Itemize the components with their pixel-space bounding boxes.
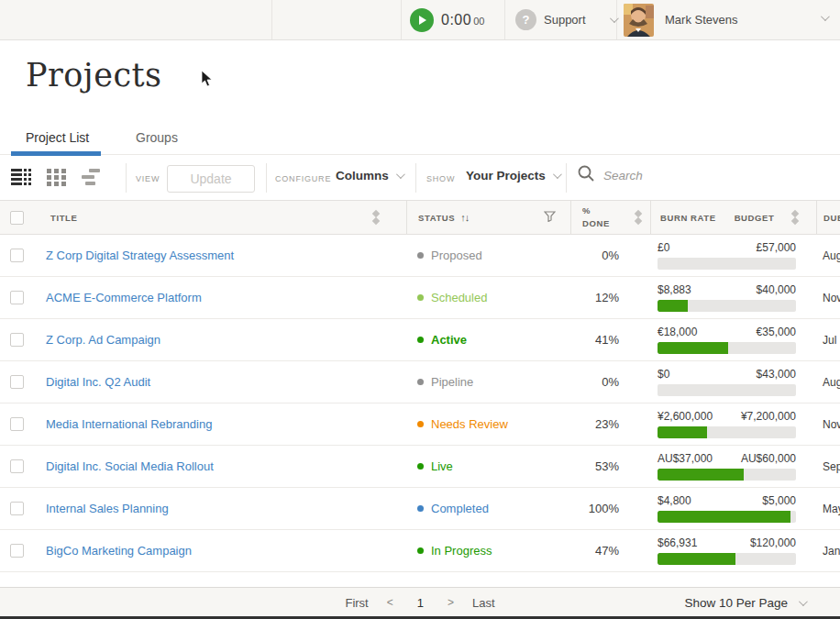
pct-done-value: 47% xyxy=(570,530,650,571)
search-input[interactable] xyxy=(603,169,787,182)
project-title-link[interactable]: Digital Inc. Q2 Audit xyxy=(37,375,150,389)
project-title-link[interactable]: ACME E-Commerce Platform xyxy=(37,291,202,304)
burn-rate-bar xyxy=(658,300,796,312)
column-header-pct-done[interactable]: % DONE xyxy=(570,201,650,234)
table-row: Internal Sales Planning Completed 100% $… xyxy=(0,488,840,530)
gantt-view-icon[interactable] xyxy=(82,168,104,190)
project-title-link[interactable]: Digital Inc. Social Media Rollout xyxy=(37,459,214,473)
timer-widget[interactable]: 0:0000 xyxy=(401,0,504,39)
table-row: Digital Inc. Q2 Audit Pipeline 0% $0 $43… xyxy=(0,361,840,403)
filter-icon[interactable] xyxy=(544,211,556,224)
row-checkbox[interactable] xyxy=(10,544,24,558)
row-checkbox[interactable] xyxy=(10,291,24,304)
column-header-burn-rate: BURN RATE xyxy=(660,213,716,223)
show-projects-dropdown[interactable]: Your Projects xyxy=(466,169,559,182)
status-label: Active xyxy=(431,333,467,347)
sort-icon[interactable] xyxy=(373,211,379,224)
chevron-down-icon xyxy=(396,170,405,179)
burn-bar-fill xyxy=(658,553,735,565)
status-dot-icon xyxy=(417,252,424,259)
user-menu[interactable]: Mark Stevens xyxy=(616,0,840,39)
topbar: 0:0000 ? Support Mark Stevens xyxy=(0,0,840,40)
pagination-page-1[interactable]: 1 xyxy=(412,596,429,610)
topbar-divider xyxy=(271,0,272,39)
update-button[interactable]: Update xyxy=(167,165,255,193)
due-date: Nov xyxy=(816,277,840,318)
status-label: Pipeline xyxy=(431,375,473,389)
column-header-status[interactable]: STATUS ↑↓ xyxy=(406,201,570,234)
burn-amount: AU$37,000 xyxy=(658,452,713,465)
toolbar: VIEW Update CONFIGURE Columns SHOW Your … xyxy=(0,156,840,200)
burn-rate-cell: £0 £57,000 xyxy=(650,235,816,276)
row-checkbox[interactable] xyxy=(10,333,24,347)
table-row: BigCo Marketing Campaign In Progress 47%… xyxy=(0,530,840,572)
column-header-due-date[interactable]: DUE DATE xyxy=(816,201,840,234)
table-header: TITLE STATUS ↑↓ % DONE BURN RATE BUDGET … xyxy=(0,200,840,235)
pagination-prev[interactable]: < xyxy=(387,596,393,609)
columns-dropdown[interactable]: Columns xyxy=(336,169,403,182)
select-all-cell xyxy=(0,201,37,234)
row-checkbox[interactable] xyxy=(10,375,24,389)
project-title-link[interactable]: Media International Rebranding xyxy=(37,417,212,431)
status-label: In Progress xyxy=(431,544,492,558)
status-dot-icon xyxy=(417,463,424,470)
column-header-burn-budget[interactable]: BURN RATE BUDGET xyxy=(650,201,816,234)
chevron-down-icon xyxy=(553,170,562,179)
due-date: Sep xyxy=(816,446,840,487)
status-label: Completed xyxy=(431,502,489,515)
per-page-dropdown[interactable]: Show 10 Per Page xyxy=(684,588,805,617)
burn-amount: €18,000 xyxy=(658,326,697,338)
burn-rate-bar xyxy=(658,384,796,396)
burn-amount: $0 xyxy=(658,368,669,381)
burn-rate-bar xyxy=(658,258,796,270)
row-checkbox[interactable] xyxy=(10,249,24,262)
burn-amount: $66,931 xyxy=(658,536,697,549)
table-row: Z Corp. Ad Campaign Active 41% €18,000 €… xyxy=(0,319,840,361)
tab-groups[interactable]: Groups xyxy=(136,130,178,145)
budget-amount: $120,000 xyxy=(750,536,796,549)
list-view-icon[interactable] xyxy=(11,168,31,190)
status-dot-icon xyxy=(417,421,424,427)
sort-icon[interactable] xyxy=(636,211,641,224)
pct-done-value: 12% xyxy=(570,277,650,318)
show-label: SHOW xyxy=(426,174,455,183)
burn-rate-cell: $0 $43,000 xyxy=(650,361,816,403)
burn-bar-fill xyxy=(658,511,790,523)
pagination-footer: First < 1 > Last Show 10 Per Page xyxy=(0,587,840,616)
budget-amount: $40,000 xyxy=(757,283,796,296)
support-menu[interactable]: ? Support xyxy=(504,0,616,39)
sort-icon[interactable] xyxy=(792,211,798,224)
project-title-link[interactable]: Z Corp Digital Strategy Assessment xyxy=(37,249,234,262)
pagination-next[interactable]: > xyxy=(448,596,454,609)
sort-arrows-icon[interactable]: ↑↓ xyxy=(460,212,469,223)
project-title-link[interactable]: Internal Sales Planning xyxy=(37,502,169,515)
pagination-first[interactable]: First xyxy=(345,596,368,610)
table-row: Digital Inc. Social Media Rollout Live 5… xyxy=(0,446,840,488)
tab-bar: Project List Groups xyxy=(0,127,840,155)
play-icon[interactable] xyxy=(410,8,434,32)
mouse-cursor-icon xyxy=(201,70,214,92)
due-date: Aug xyxy=(816,235,840,276)
due-date: Aug xyxy=(816,361,840,403)
select-all-checkbox[interactable] xyxy=(10,211,24,225)
row-checkbox[interactable] xyxy=(10,502,24,515)
burn-rate-bar xyxy=(658,342,796,354)
burn-bar-fill xyxy=(658,300,688,312)
status-dot-icon xyxy=(417,547,424,554)
project-title-link[interactable]: Z Corp. Ad Campaign xyxy=(37,333,160,347)
pagination-last[interactable]: Last xyxy=(472,596,495,610)
avatar[interactable] xyxy=(624,4,654,37)
pct-done-value: 41% xyxy=(570,319,650,360)
due-date: Jan xyxy=(816,530,840,571)
configure-label: CONFIGURE xyxy=(275,174,331,183)
column-header-title[interactable]: TITLE xyxy=(37,201,406,234)
grid-view-icon[interactable] xyxy=(47,168,66,190)
burn-rate-cell: $8,883 $40,000 xyxy=(650,277,816,318)
row-checkbox[interactable] xyxy=(10,417,24,431)
budget-amount: AU$60,000 xyxy=(741,452,796,465)
search-icon xyxy=(578,165,594,185)
project-title-link[interactable]: BigCo Marketing Campaign xyxy=(37,544,192,558)
tab-project-list[interactable]: Project List xyxy=(26,130,89,145)
row-checkbox[interactable] xyxy=(10,459,24,473)
budget-amount: €35,000 xyxy=(757,326,796,338)
